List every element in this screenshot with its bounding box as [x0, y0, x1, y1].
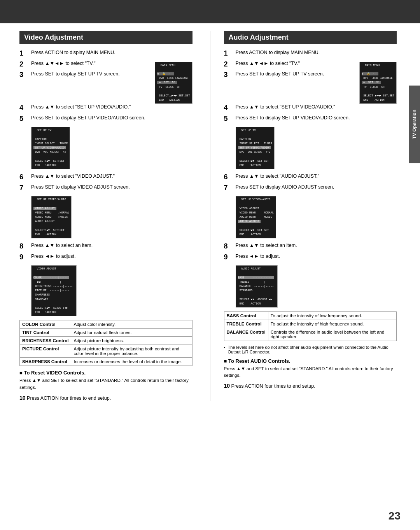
video-step-3-text: Press SET to display SET UP TV screen. [31, 71, 120, 77]
picture-control-label: PICTURE Control [20, 345, 71, 358]
audio-section-header: Audio Adjustment [224, 31, 397, 44]
table-row-balance: BALANCE Control Controls the difference … [224, 328, 397, 341]
video-audio-menu-display: SET UP VIDEO/AUDIO VIDEO ADJUST VIDEO ME… [31, 196, 72, 238]
audio-step-3-num: 3 [224, 71, 233, 79]
video-step-4: 4 Press ▲▼ to select "SET UP VIDEO/AUDIO… [19, 104, 192, 112]
picture-control-desc: Adjust picture intensity by adjusting bo… [71, 345, 192, 358]
brightness-control-label: BRIGHTNESS Control [20, 337, 71, 345]
audio-reset-title: To Reset AUDIO Controls. [224, 358, 397, 364]
video-step-3: 3 Press SET to display SET UP TV screen. [19, 71, 155, 79]
audio-reset-section: To Reset AUDIO Controls. Press ▲▼ and SE… [224, 358, 397, 379]
balance-control-label: BALANCE Control [224, 328, 268, 341]
audio-control-table: BASS Control To adjust the intensity of … [224, 311, 397, 341]
audio-step-8: 8 Press ▲▼ to select an item. [224, 242, 397, 251]
video-step-6-num: 6 [19, 173, 29, 182]
side-tab: TV Operation [409, 86, 420, 163]
video-adjustment-section: Video Adjustment 1 Press ACTION to displ… [19, 31, 196, 401]
audio-step-8-num: 8 [224, 242, 233, 251]
brightness-control-desc: Adjust picture brightness. [71, 337, 192, 345]
treble-control-desc: To adjust the intensity of high frequenc… [268, 320, 396, 328]
video-step-2-text: Press ▲▼◄► to select "TV." [31, 61, 96, 66]
column-divider [210, 31, 210, 401]
audio-adjust-screen-display: AUDIO ADJUST BASS ------|----- TREBLE --… [236, 265, 278, 308]
top-bar [0, 0, 420, 23]
table-row-picture: PICTURE Control Adjust picture intensity… [20, 345, 192, 358]
video-step-10-text: Press ACTION four times to end setup. [27, 395, 111, 401]
audio-steps-2-3: 2 Press ▲▼◄► to select "TV." 3 Press SET… [224, 60, 397, 104]
audio-step-1-num: 1 [224, 49, 233, 58]
table-row-sharpness: SHARPNESS Control Increases or decreases… [20, 358, 192, 366]
main-content: Video Adjustment 1 Press ACTION to displ… [0, 23, 420, 424]
audio-step-7-text: Press SET to display AUDIO ADJUST screen… [236, 184, 334, 190]
video-step-4-text: Press ▲▼ to select "SET UP VIDEO/AUDIO." [31, 104, 131, 110]
tint-control-label: TINT Control [20, 329, 71, 337]
video-step-1: 1 Press ACTION to display MAIN MENU. [19, 49, 192, 58]
audio-step-6-text: Press ▲▼ to select "AUDIO ADJUST." [236, 173, 320, 179]
audio-step-4-text: Press ▲▼ to select "SET UP VIDEO/AUDIO." [236, 104, 335, 110]
table-row-tint: TINT Control Adjust for natural flesh to… [20, 329, 192, 337]
video-step-2: 2 Press ▲▼◄► to select "TV." [19, 60, 155, 69]
audio-step-7: 7 Press SET to display AUDIO ADJUST scre… [224, 184, 397, 192]
video-adjust-screen-img: VIDEO ADJUST COLOR ------|----- TINT ---… [31, 264, 192, 316]
video-step-6: 6 Press ▲▼ to select "VIDEO ADJUST." [19, 173, 192, 182]
sharpness-control-label: SHARPNESS Control [20, 358, 71, 366]
audio-main-menu-display: MAIN MENU ⊕ 🔒 ← DVD LOCK LANGUAGE ⊞ SET … [359, 62, 397, 104]
table-row-brightness: BRIGHTNESS Control Adjust picture bright… [20, 337, 192, 345]
audio-step-5: 5 Press SET to display SET UP VIDEO/AUDI… [224, 115, 397, 123]
bass-control-label: BASS Control [224, 311, 268, 320]
video-step-8-text: Press ▲▼ to select an item. [31, 243, 93, 248]
video-section-header: Video Adjustment [19, 31, 192, 44]
audio-step-3: 3 Press SET to display SET UP TV screen. [224, 71, 359, 79]
video-main-menu-display: MAIN MENU ⊕ 🔒 ← DVD LOCK LANGUAGE ⊞ SET … [155, 62, 192, 104]
video-step-8: 8 Press ▲▼ to select an item. [19, 242, 192, 251]
audio-setup-tv-display: SET UP TV CAPTION INPUT SELECT :TUNER SE… [236, 127, 275, 169]
audio-step-10-text: Press ACTION four times to end setup. [231, 383, 315, 389]
video-step-5-text: Press SET to display SET UP VIDEO/AUDIO … [31, 115, 145, 121]
side-tab-label: TV Operation [412, 110, 417, 139]
video-setup-tv-display: SET UP TV CAPTION INPUT SELECT :TUNER SE… [31, 127, 70, 169]
video-steps-2-3-text: 2 Press ▲▼◄► to select "TV." 3 Press SET… [19, 60, 155, 82]
video-step-1-text: Press ACTION to display MAIN MENU. [31, 50, 116, 55]
video-step-3-num: 3 [19, 71, 29, 79]
video-audio-menu-img: SET UP VIDEO/AUDIO VIDEO ADJUST VIDEO ME… [31, 194, 192, 238]
audio-main-menu-img: MAIN MENU ⊕ 🔒 ← DVD LOCK LANGUAGE ⊞ SET … [359, 60, 397, 104]
table-row-bass: BASS Control To adjust the intensity of … [224, 311, 397, 320]
video-step-1-num: 1 [19, 49, 29, 58]
video-step-10: 10 Press ACTION four times to end setup. [19, 395, 192, 401]
video-step-9-num: 9 [19, 253, 29, 262]
video-adjust-screen-display: VIDEO ADJUST COLOR ------|----- TINT ---… [31, 265, 77, 316]
video-reset-title: To Reset VIDEO Controls. [19, 370, 192, 376]
audio-adjustment-section: Audio Adjustment 1 Press ACTION to displ… [224, 31, 401, 401]
audio-step-2-num: 2 [224, 60, 233, 69]
audio-step-9-text: Press ◄► to adjust. [236, 254, 280, 259]
audio-step-8-text: Press ▲▼ to select an item. [236, 243, 297, 248]
tint-control-desc: Adjust for natural flesh tones. [71, 329, 192, 337]
audio-setup-tv-img: SET UP TV CAPTION INPUT SELECT :TUNER SE… [236, 125, 397, 169]
table-row-treble: TREBLE Control To adjust the intensity o… [224, 320, 397, 328]
video-step-5: 5 Press SET to display SET UP VIDEO/AUDI… [19, 115, 192, 123]
video-setup-tv-img: SET UP TV CAPTION INPUT SELECT :TUNER SE… [31, 125, 192, 169]
video-step-9-text: Press ◄► to adjust. [31, 254, 75, 259]
audio-step-9-num: 9 [224, 253, 233, 262]
audio-menu-img: SET UP VIDEO/AUDIO VIDEO ADJUST VIDEO ME… [236, 194, 397, 238]
audio-step-6-num: 6 [224, 173, 233, 182]
color-control-label: COLOR Control [20, 320, 71, 329]
video-step-7-num: 7 [19, 184, 29, 192]
audio-step-1-text: Press ACTION to display MAIN MENU. [236, 50, 320, 55]
audio-step-2-text: Press ▲▼◄► to select "TV." [236, 61, 300, 66]
video-step-7: 7 Press SET to display VIDEO ADJUST scre… [19, 184, 192, 192]
audio-step-2: 2 Press ▲▼◄► to select "TV." [224, 60, 359, 69]
video-step-2-num: 2 [19, 60, 29, 69]
balance-control-desc: Controls the difference in audio level b… [268, 328, 396, 341]
video-step-7-text: Press SET to display VIDEO ADJUST screen… [31, 184, 130, 190]
audio-menu-display: SET UP VIDEO/AUDIO VIDEO ADJUST VIDEO ME… [236, 196, 276, 238]
video-steps-2-3: 2 Press ▲▼◄► to select "TV." 3 Press SET… [19, 60, 192, 104]
audio-step-5-text: Press SET to display SET UP VIDEO/AUDIO … [236, 115, 350, 121]
audio-step-3-text: Press SET to display SET UP TV screen. [236, 71, 324, 77]
audio-step-4-num: 4 [224, 104, 233, 112]
video-step-6-text: Press ▲▼ to select "VIDEO ADJUST." [31, 173, 115, 179]
video-step-8-num: 8 [19, 242, 29, 251]
video-control-table: COLOR Control Adjust color intensity. TI… [19, 320, 192, 366]
audio-reset-text: Press ▲▼ and SET to select and set "STAN… [224, 366, 397, 379]
audio-step-7-num: 7 [224, 184, 233, 192]
